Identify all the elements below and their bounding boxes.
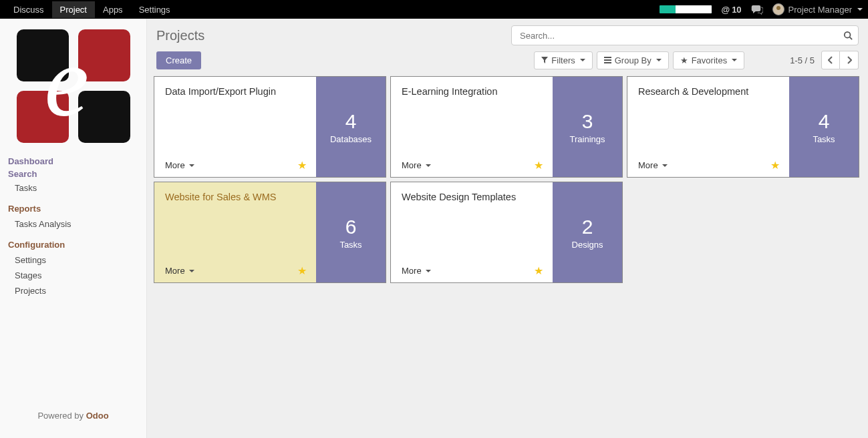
project-count-unit: Databases <box>330 134 372 144</box>
pager-next-button[interactable] <box>840 51 859 69</box>
nav-project[interactable]: Project <box>52 1 95 18</box>
project-more-button[interactable]: More <box>402 160 431 170</box>
nav-settings[interactable]: Settings <box>131 1 178 18</box>
project-count: 3 <box>582 110 593 133</box>
more-label: More <box>638 160 658 170</box>
sidebar-footer: Powered by Odoo <box>4 407 142 425</box>
project-count-unit: Tasks <box>813 134 835 144</box>
more-label: More <box>165 160 185 170</box>
chevron-down-icon <box>189 270 194 272</box>
groupby-label: Group By <box>615 55 652 65</box>
footer-prefix: Powered by <box>37 411 86 421</box>
more-label: More <box>402 266 422 276</box>
project-card-body: Research & Development More ★ <box>627 77 789 177</box>
user-menu[interactable]: Project Manager <box>772 3 863 15</box>
project-count-panel[interactable]: 3 Trainings <box>553 77 622 177</box>
project-title[interactable]: Data Import/Export Plugin <box>165 86 307 97</box>
svg-rect-4 <box>604 62 611 63</box>
project-more-button[interactable]: More <box>165 266 194 276</box>
sidebar-search[interactable]: Search <box>5 168 141 180</box>
sidebar-item-settings[interactable]: Settings <box>5 252 141 268</box>
sidebar-configuration[interactable]: Configuration <box>5 237 141 252</box>
search-icon[interactable] <box>843 31 853 40</box>
project-count-panel[interactable]: 4 Databases <box>316 77 386 177</box>
project-count-unit: Tasks <box>339 240 361 250</box>
project-count: 4 <box>345 110 357 133</box>
sidebar-item-stages[interactable]: Stages <box>5 268 141 283</box>
nav-discuss[interactable]: Discuss <box>5 1 52 18</box>
chevron-down-icon <box>732 59 737 61</box>
list-icon <box>604 57 611 63</box>
pager-cluster: 1-5 / 5 <box>790 51 859 69</box>
project-card[interactable]: E-Learning Integration More ★ 3 Training… <box>390 76 623 178</box>
at-icon: @ <box>721 5 730 15</box>
create-button[interactable]: Create <box>156 51 201 69</box>
project-card[interactable]: Research & Development More ★ 4 Tasks <box>627 76 859 178</box>
project-more-button[interactable]: More <box>402 266 431 276</box>
project-card-body: Website Design Templates More ★ <box>391 182 553 282</box>
sidebar-reports[interactable]: Reports <box>5 201 141 216</box>
svg-point-0 <box>845 32 851 38</box>
chevron-down-icon <box>656 59 662 61</box>
more-label: More <box>165 266 185 276</box>
project-count: 6 <box>345 216 357 238</box>
project-title[interactable]: E-Learning Integration <box>402 86 543 97</box>
favorites-label: Favorites <box>692 55 727 65</box>
record-range: 1-5 / 5 <box>790 55 815 65</box>
chevron-down-icon <box>189 164 194 167</box>
page-title: Projects <box>156 28 204 43</box>
more-label: More <box>402 160 422 170</box>
project-card[interactable]: Data Import/Export Plugin More ★ 4 Datab… <box>154 76 386 178</box>
project-count: 4 <box>819 110 830 133</box>
chevron-down-icon <box>857 8 863 11</box>
project-more-button[interactable]: More <box>638 160 668 170</box>
avatar-icon <box>772 3 784 15</box>
star-icon[interactable]: ★ <box>297 264 307 277</box>
favorites-button[interactable]: ★ Favorites <box>673 51 744 69</box>
mentions-counter[interactable]: @ 10 <box>721 5 741 15</box>
sidebar-item-tasks-analysis[interactable]: Tasks Analysis <box>5 216 141 232</box>
svg-rect-2 <box>604 57 611 58</box>
project-count: 2 <box>582 216 593 238</box>
filter-icon <box>541 57 548 63</box>
filters-label: Filters <box>551 55 575 65</box>
user-name-label: Project Manager <box>788 5 852 15</box>
star-icon[interactable]: ★ <box>534 159 543 172</box>
progress-indicator[interactable] <box>660 5 712 13</box>
project-card[interactable]: Website for Sales & WMS More ★ 6 Tasks <box>154 182 386 283</box>
project-card-body: Website for Sales & WMS More ★ <box>154 182 316 282</box>
svg-line-1 <box>850 37 853 40</box>
footer-brand[interactable]: Odoo <box>86 411 109 421</box>
project-card[interactable]: Website Design Templates More ★ 2 Design… <box>390 182 623 283</box>
project-title[interactable]: Research & Development <box>638 86 780 97</box>
pager-prev-button[interactable] <box>821 51 840 69</box>
star-icon[interactable]: ★ <box>297 159 307 172</box>
sidebar-dashboard[interactable]: Dashboard <box>5 155 141 168</box>
chevron-down-icon <box>426 164 431 167</box>
search-input[interactable] <box>517 28 843 43</box>
project-more-button[interactable]: More <box>165 160 194 170</box>
search-box[interactable] <box>511 25 859 45</box>
filter-buttons: Filters Group By ★ Favorites <box>534 51 744 69</box>
page-header: Projects <box>147 19 868 49</box>
star-icon: ★ <box>680 55 688 65</box>
project-card-body: E-Learning Integration More ★ <box>391 77 553 177</box>
star-icon[interactable]: ★ <box>770 159 780 172</box>
project-count-panel[interactable]: 4 Tasks <box>789 77 859 177</box>
chevron-right-icon <box>847 56 852 64</box>
filters-button[interactable]: Filters <box>534 51 592 69</box>
project-title[interactable]: Website Design Templates <box>402 192 543 202</box>
navbar-right: @ 10 Project Manager <box>660 3 863 15</box>
project-count-panel[interactable]: 2 Designs <box>553 182 622 282</box>
sidebar-item-tasks[interactable]: Tasks <box>5 180 141 196</box>
project-count-panel[interactable]: 6 Tasks <box>316 182 386 282</box>
chat-icon[interactable] <box>751 4 763 15</box>
chevron-down-icon <box>662 164 668 167</box>
chevron-left-icon <box>828 56 833 64</box>
groupby-button[interactable]: Group By <box>597 51 669 69</box>
project-title[interactable]: Website for Sales & WMS <box>165 192 307 202</box>
sidebar-item-projects[interactable]: Projects <box>5 283 141 298</box>
nav-apps[interactable]: Apps <box>95 1 131 18</box>
project-count-unit: Designs <box>572 240 603 250</box>
star-icon[interactable]: ★ <box>534 264 543 277</box>
